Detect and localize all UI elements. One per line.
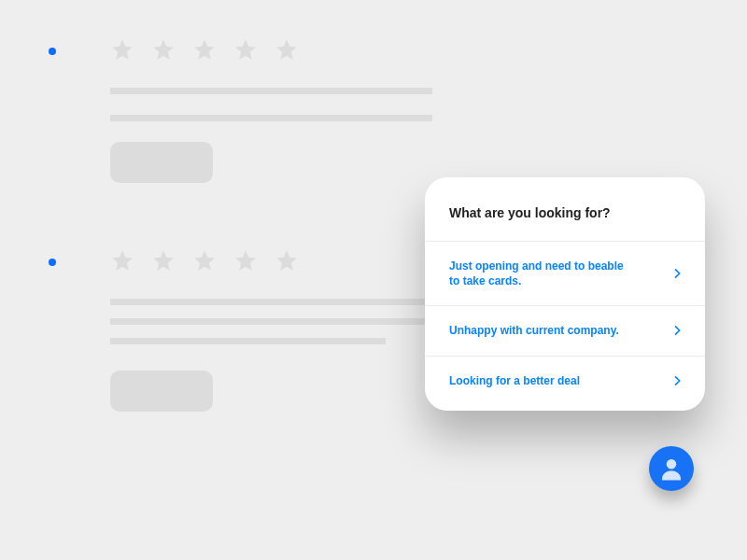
button-placeholder[interactable] (110, 142, 213, 183)
chevron-right-icon (669, 266, 684, 281)
bullet-icon (49, 259, 56, 266)
text-placeholder (110, 318, 432, 325)
popup-option[interactable]: Just opening and need to beable to take … (425, 242, 705, 306)
text-placeholder (110, 88, 432, 94)
chat-avatar-button[interactable] (649, 446, 694, 491)
star-rating (110, 37, 747, 62)
text-placeholder (110, 299, 432, 305)
star-icon (192, 248, 217, 273)
chevron-right-icon (669, 323, 684, 338)
star-icon (233, 37, 258, 62)
popup-option-label: Unhappy with current company. (449, 323, 619, 338)
star-icon (275, 248, 299, 273)
star-icon (151, 248, 176, 273)
person-icon (657, 455, 685, 483)
star-icon (110, 248, 134, 273)
popup-title: What are you looking for? (425, 177, 705, 242)
star-icon (151, 37, 176, 62)
chevron-right-icon (669, 373, 684, 388)
star-icon (110, 37, 134, 62)
bullet-icon (49, 48, 56, 55)
popup-option-label: Looking for a better deal (449, 373, 580, 388)
review-body (110, 37, 747, 183)
review-item (49, 37, 747, 183)
star-icon (192, 37, 217, 62)
help-popup: What are you looking for? Just opening a… (425, 177, 705, 411)
popup-option-label: Just opening and need to beable to take … (449, 259, 627, 288)
star-icon (275, 37, 299, 62)
text-placeholder (110, 338, 386, 344)
button-placeholder[interactable] (110, 371, 213, 412)
text-placeholder (110, 115, 432, 121)
svg-point-0 (667, 459, 677, 469)
popup-option[interactable]: Unhappy with current company. (425, 306, 705, 356)
popup-option[interactable]: Looking for a better deal (425, 357, 705, 411)
star-icon (233, 248, 258, 273)
